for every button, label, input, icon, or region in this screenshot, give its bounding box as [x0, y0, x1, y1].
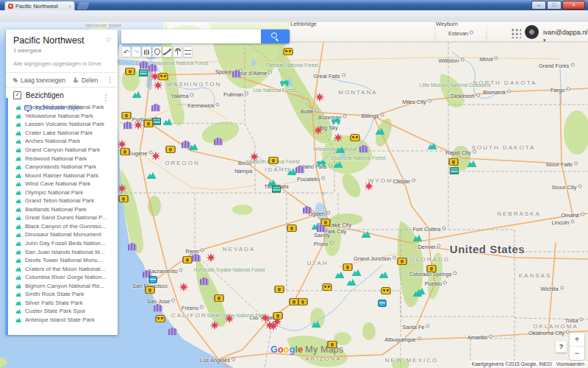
directions-button[interactable] [173, 46, 182, 57]
park-list-item[interactable]: Rocky Mountain National Park [15, 103, 118, 112]
search-input[interactable] [121, 29, 261, 43]
map-marker-car[interactable] [381, 287, 391, 294]
new-tab-button[interactable] [76, 2, 89, 10]
park-list-item[interactable]: Black Canyon of the Gunniso... [15, 222, 118, 231]
park-list-item[interactable]: Mount Rainier National Park [15, 171, 118, 180]
map-marker-camera[interactable] [343, 263, 353, 271]
map-marker-car[interactable] [284, 48, 293, 55]
map-marker-camera[interactable] [298, 298, 308, 305]
park-list-item[interactable]: Wind Cave National Park [15, 180, 118, 188]
park-list-item[interactable]: Grand Teton National Park [15, 197, 118, 205]
map-marker-camera[interactable] [449, 158, 459, 166]
map-marker-train[interactable] [379, 300, 387, 307]
map-marker-star[interactable] [315, 93, 325, 102]
map-marker-car[interactable] [323, 283, 332, 291]
park-list-item[interactable]: Columbia River Gorge Nation... [15, 273, 118, 282]
map-marker-camera[interactable] [427, 265, 437, 272]
park-list-item[interactable]: Custer State Park Spur [15, 307, 118, 316]
map-marker-camera[interactable] [144, 120, 154, 127]
undo-button[interactable]: ↶ [121, 46, 131, 57]
tab-close-icon[interactable]: × [68, 4, 71, 9]
window-minimize-button[interactable]: – [531, 1, 546, 10]
map-marker-star[interactable] [154, 81, 163, 91]
window-close-button[interactable]: × [562, 1, 585, 10]
park-list-item[interactable]: Bighorn Canyon National Re... [15, 281, 118, 290]
add-marker-button[interactable] [152, 46, 162, 57]
measure-button[interactable] [183, 46, 193, 57]
map-marker-camera[interactable] [269, 157, 279, 164]
park-list-item[interactable]: San Juan Islands National M... [15, 247, 118, 256]
map-marker-camera[interactable] [275, 286, 284, 293]
layer-name[interactable]: Bezichtigen [26, 91, 64, 99]
map-marker-camera[interactable] [121, 148, 130, 155]
park-list-item[interactable]: Crater Lake National Park [15, 129, 118, 138]
map-marker-camera[interactable] [398, 258, 407, 265]
park-list-item[interactable]: Arches National Park [15, 137, 118, 146]
help-button[interactable]: ? [556, 342, 567, 353]
park-list-item[interactable]: Redwood National Park [15, 154, 118, 163]
map-marker-tent[interactable] [139, 70, 148, 77]
map-marker-camera[interactable] [146, 286, 155, 294]
map-marker-camera[interactable] [183, 256, 193, 263]
map-marker-car[interactable] [159, 73, 168, 80]
map-marker-camera[interactable] [215, 294, 224, 302]
map-marker-camera[interactable] [126, 68, 135, 75]
map-marker-star[interactable] [261, 314, 270, 323]
map-marker-tent[interactable] [152, 118, 161, 125]
map-marker-car[interactable] [351, 134, 360, 141]
map-marker-camera[interactable] [273, 312, 283, 319]
park-list-item[interactable]: Devils Tower National Monu... [15, 256, 118, 265]
draw-line-button[interactable] [162, 46, 172, 57]
search-button[interactable] [261, 29, 290, 43]
layer-visibility-checkbox[interactable]: ✓ [13, 91, 21, 99]
map-marker-star[interactable] [151, 152, 161, 161]
map-marker-tent[interactable] [272, 186, 281, 193]
map-marker-star[interactable] [210, 321, 220, 330]
park-list-item[interactable]: Dinosaur National Monument [15, 230, 118, 239]
map-marker-star[interactable] [365, 182, 374, 191]
park-list-item[interactable]: Lassen Volcanic National Park [15, 120, 118, 129]
park-list-item[interactable]: Grand Canyon National Park [15, 146, 118, 155]
map-marker-star[interactable] [314, 126, 323, 135]
map-marker-star[interactable] [118, 184, 127, 194]
map-marker-star[interactable] [207, 253, 216, 263]
favorite-star-icon[interactable]: ☆ [105, 35, 112, 43]
park-list-item[interactable]: Craters of the Moon National... [15, 264, 118, 273]
map-marker-camera[interactable] [287, 224, 297, 232]
park-list-item[interactable]: Great Sand Dunes National P... [15, 213, 118, 222]
park-list-item[interactable]: Silver Falls State Park [15, 299, 118, 308]
park-list-item[interactable]: Yellowstone National Park [15, 112, 118, 121]
layer-menu-icon[interactable]: ⋮ [102, 93, 110, 102]
park-list-item[interactable]: Canyonlands National Park [15, 163, 118, 171]
window-maximize-button[interactable]: □ [547, 1, 562, 10]
google-apps-grid-icon[interactable] [510, 27, 521, 38]
map-marker-star[interactable] [134, 121, 143, 130]
map-marker-star[interactable] [250, 152, 259, 162]
park-list-item[interactable]: John Day Fossil Beds Nation... [15, 239, 118, 248]
redo-button[interactable]: ↷ [132, 46, 141, 57]
park-list-item[interactable]: Badlands National Park [15, 205, 118, 214]
map-marker-camera[interactable] [166, 146, 176, 153]
pan-button[interactable] [142, 46, 151, 57]
browser-tab[interactable]: Pacific Northwest × [4, 1, 75, 10]
panel-menu-icon[interactable]: ⋮ [107, 76, 114, 84]
terms-link[interactable]: Voorwaarden [556, 361, 584, 367]
park-list-item[interactable]: Antelope Island State Park [15, 316, 118, 325]
map-marker-train[interactable] [149, 276, 157, 283]
map-marker-star[interactable] [334, 133, 343, 143]
zoom-in-button[interactable]: + [570, 333, 584, 347]
map-marker-camera[interactable] [119, 195, 129, 202]
map-marker-star[interactable] [179, 283, 189, 292]
add-layer-button[interactable]: Laag toevoegen [13, 77, 65, 84]
map-marker-car[interactable] [156, 315, 165, 322]
share-button[interactable]: Delen [73, 77, 98, 84]
map-marker-star[interactable] [225, 314, 234, 324]
map-marker-camera[interactable] [122, 112, 132, 119]
park-list-item[interactable]: Olympic National Park [15, 188, 118, 197]
zoom-out-button[interactable]: − [570, 347, 584, 360]
map-marker-tent[interactable] [450, 168, 459, 174]
map-title[interactable]: Pacific Northwest [13, 35, 112, 46]
account-email[interactable]: ivan@dappa.nl ▾ [543, 29, 588, 43]
account-avatar[interactable] [525, 25, 539, 39]
park-list-item[interactable]: Smith Rock State Park [15, 290, 118, 299]
